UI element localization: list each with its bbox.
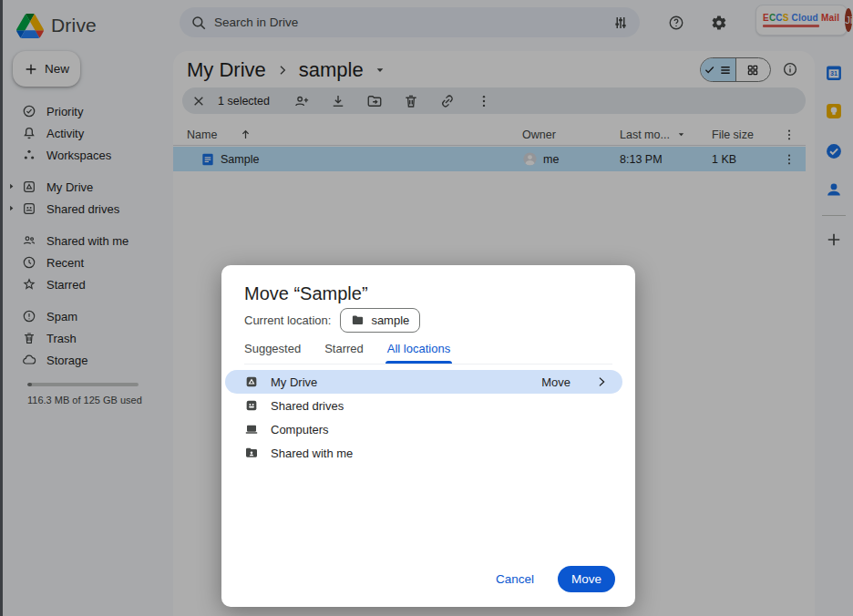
current-location-row: Current location: sample: [244, 308, 420, 333]
location-label: Shared with me: [271, 447, 353, 460]
location-row-computers[interactable]: Computers: [225, 417, 622, 441]
row-move-action[interactable]: Move: [541, 375, 570, 389]
shared-folder-icon: [244, 446, 259, 460]
window-edge: [0, 0, 3, 616]
tab-starred[interactable]: Starred: [324, 342, 364, 355]
location-row-shared-with-me[interactable]: Shared with me: [225, 441, 622, 465]
tab-all-locations[interactable]: All locations: [387, 342, 450, 355]
move-dialog: Move “Sample” Current location: sample S…: [221, 265, 635, 607]
dialog-footer: Cancel Move: [496, 566, 615, 592]
tab-suggested[interactable]: Suggested: [244, 342, 301, 355]
location-row-shared-drives[interactable]: Shared drives: [225, 394, 622, 417]
folder-icon: [351, 313, 365, 327]
current-location-label: Current location:: [244, 313, 331, 327]
move-button[interactable]: Move: [558, 566, 615, 592]
dialog-tabs: Suggested Starred All locations: [244, 342, 612, 364]
location-label: My Drive: [271, 375, 317, 389]
location-list: My Drive Move Shared drives Computers Sh…: [225, 370, 622, 465]
location-row-my-drive[interactable]: My Drive Move: [225, 370, 622, 394]
current-location-name: sample: [371, 313, 409, 327]
chevron-right-icon[interactable]: [595, 375, 608, 388]
cancel-button[interactable]: Cancel: [496, 572, 534, 586]
location-label: Shared drives: [271, 399, 344, 413]
location-label: Computers: [271, 423, 329, 436]
my-drive-filled-icon: [244, 375, 259, 389]
current-location-chip[interactable]: sample: [340, 308, 420, 333]
shared-drives-filled-icon: [244, 398, 259, 413]
computers-icon: [244, 422, 259, 436]
dialog-title: Move “Sample”: [244, 283, 368, 304]
